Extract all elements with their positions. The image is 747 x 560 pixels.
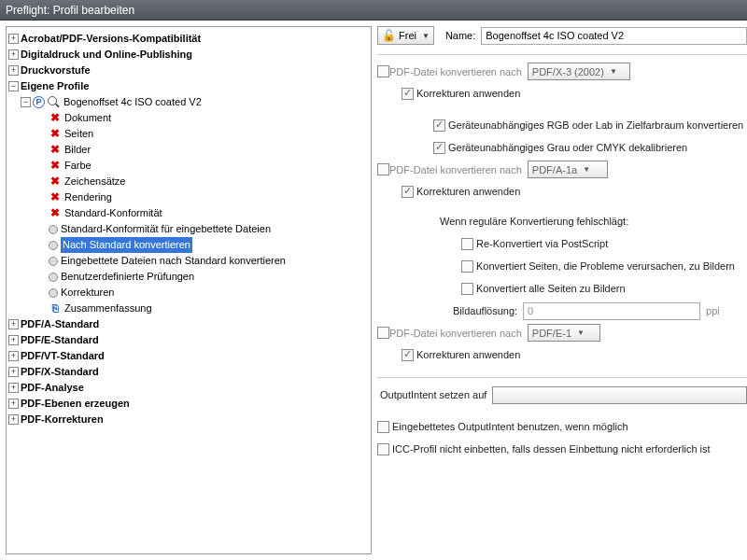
tree-summary[interactable]: ⎘ Zusammenfassung (8, 301, 369, 316)
apply-fix-checkbox-3[interactable] (402, 349, 414, 361)
fallback-title: Wenn reguläre Konvertierung fehlschlägt: (440, 216, 628, 227)
tree-item[interactable]: Standard-Konformität für eingebettete Da… (8, 221, 369, 237)
tree-category[interactable]: +PDF-Analyse (8, 380, 369, 396)
profile-tree[interactable]: +Acrobat/PDF-Versions-Kompatibilität +Di… (6, 26, 372, 554)
convert-pdfx-checkbox[interactable] (377, 65, 389, 77)
lock-dropdown[interactable]: 🔓 Frei ▼ (377, 26, 434, 45)
tree-druckvorstufe[interactable]: +Druckvorstufe (8, 63, 369, 78)
dot-icon (49, 273, 58, 282)
chevron-down-icon: ▼ (577, 329, 585, 337)
tree-item[interactable]: ✖Seiten (8, 126, 369, 142)
outputintent-label: OutputIntent setzen auf (380, 389, 486, 400)
convert-label: PDF-Datei konvertieren nach (389, 66, 522, 77)
tree-acrobat-compat[interactable]: +Acrobat/PDF-Versions-Kompatibilität (8, 31, 369, 47)
error-icon: ✖ (49, 207, 62, 220)
tree-category[interactable]: +PDF/X-Standard (8, 364, 369, 380)
convert-pdfa-checkbox[interactable] (377, 163, 389, 175)
error-icon: ✖ (49, 112, 62, 125)
chevron-down-icon: ▼ (422, 32, 430, 40)
summary-icon: ⎘ (49, 302, 62, 315)
collapse-icon[interactable]: − (8, 81, 19, 91)
error-icon: ✖ (49, 191, 62, 204)
expand-icon[interactable]: + (8, 414, 19, 425)
tree-item[interactable]: Nach Standard konvertieren (8, 237, 369, 253)
reconvert-checkbox[interactable] (461, 238, 473, 250)
expand-icon[interactable]: + (8, 367, 19, 377)
conv-problem-pages-checkbox[interactable] (461, 260, 473, 273)
error-icon: ✖ (49, 128, 62, 141)
tree-category[interactable]: +PDF-Ebenen erzeugen (8, 396, 369, 412)
tree-item[interactable]: ✖Dokument (8, 110, 369, 126)
expand-icon[interactable]: + (8, 49, 19, 60)
tree-item[interactable]: ✖Farbe (8, 158, 369, 174)
dot-icon (49, 288, 58, 298)
dot-icon (49, 241, 58, 250)
conv-all-pages-checkbox[interactable] (461, 283, 473, 295)
content-area: +Acrobat/PDF-Versions-Kompatibilität +Di… (0, 21, 747, 560)
tree-profile-bogenoffset[interactable]: − P Bogenoffset 4c ISO coated V2 (8, 94, 369, 110)
magnifier-icon (48, 96, 61, 109)
error-icon: ✖ (49, 175, 62, 189)
tree-item[interactable]: Korrekturen (8, 285, 369, 301)
chevron-down-icon: ▼ (610, 67, 617, 76)
resolution-label: Bildauflösung: (453, 305, 517, 316)
icc-noembed-checkbox[interactable] (377, 443, 389, 455)
convert-pdfe-checkbox[interactable] (377, 327, 389, 339)
embed-outputintent-checkbox[interactable] (377, 421, 389, 433)
settings-panel: 🔓 Frei ▼ Name: PDF-Datei konvertieren na… (372, 21, 747, 560)
profile-icon: P (33, 96, 45, 108)
expand-icon[interactable]: + (8, 383, 19, 393)
tree-item[interactable]: ✖Bilder (8, 142, 369, 158)
error-icon: ✖ (49, 160, 62, 173)
expand-icon[interactable]: + (8, 65, 19, 76)
tree-item[interactable]: Benutzerdefinierte Prüfungen (8, 269, 369, 285)
tree-item[interactable]: ✖Rendering (8, 189, 369, 205)
tree-category[interactable]: +PDF/VT-Standard (8, 348, 369, 364)
name-label: Name: (445, 30, 475, 41)
tree-category[interactable]: +PDF/E-Standard (8, 332, 369, 348)
profile-name-input[interactable] (481, 27, 747, 45)
apply-fix-checkbox-2[interactable] (402, 186, 414, 198)
tree-category[interactable]: +PDF-Korrekturen (8, 412, 369, 427)
expand-icon[interactable]: + (8, 351, 19, 361)
error-icon: ✖ (49, 144, 62, 157)
ppi-unit: ppi (706, 305, 720, 316)
dot-icon (49, 257, 58, 266)
tree-item[interactable]: ✖Standard-Konformität (8, 205, 369, 221)
unlock-icon: 🔓 (382, 29, 396, 42)
expand-icon[interactable]: + (8, 335, 19, 345)
pdfe-standard-select[interactable]: PDF/E-1▼ (528, 324, 600, 342)
resolution-input[interactable] (523, 302, 700, 320)
dev-rgb-checkbox[interactable] (433, 119, 445, 132)
dev-gray-checkbox[interactable] (433, 142, 445, 154)
apply-fix-checkbox[interactable] (402, 88, 414, 100)
pdfa-standard-select[interactable]: PDF/A-1a▼ (528, 161, 608, 178)
expand-icon[interactable]: + (8, 34, 19, 44)
tree-item[interactable]: Eingebettete Dateien nach Standard konve… (8, 253, 369, 269)
expand-icon[interactable]: + (8, 399, 19, 409)
tree-category[interactable]: +PDF/A-Standard (8, 316, 369, 332)
collapse-icon[interactable]: − (21, 97, 31, 107)
tree-digitaldruck[interactable]: +Digitaldruck und Online-Publishing (8, 47, 369, 63)
tree-item[interactable]: ✖Zeichensätze (8, 174, 369, 189)
expand-icon[interactable]: + (8, 319, 19, 329)
chevron-down-icon: ▼ (583, 165, 590, 174)
outputintent-select[interactable] (492, 386, 747, 404)
pdfx-standard-select[interactable]: PDF/X-3 (2002)▼ (528, 63, 630, 80)
window-titlebar: Preflight: Profil bearbeiten (0, 0, 747, 21)
tree-eigene-profile[interactable]: −Eigene Profile (8, 78, 369, 94)
dot-icon (49, 225, 58, 234)
